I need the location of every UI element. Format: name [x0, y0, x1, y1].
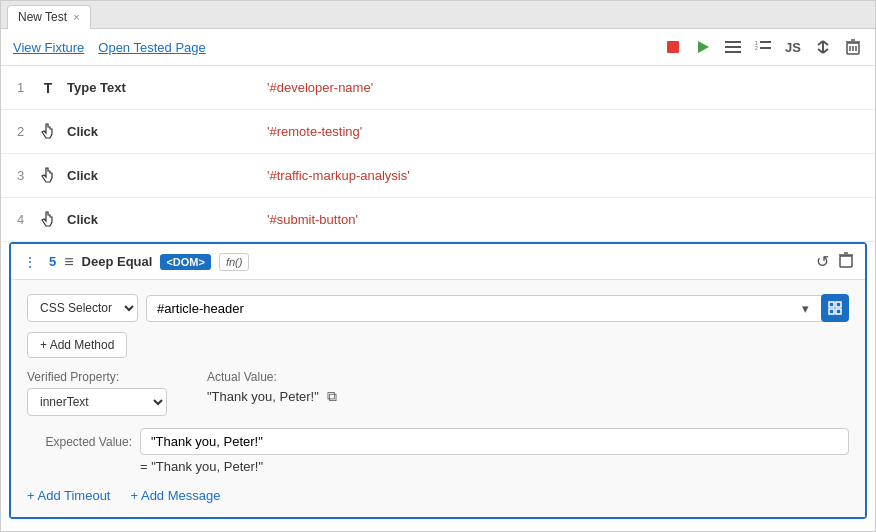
expected-value-row: Expected Value: — [27, 428, 849, 455]
add-method-button[interactable]: + Add Method — [27, 332, 127, 358]
equals-row: = "Thank you, Peter!" — [27, 459, 849, 474]
new-test-tab[interactable]: New Test × — [7, 5, 91, 29]
actual-value-label: Actual Value: — [207, 370, 337, 384]
step-5-number: 5 — [49, 254, 56, 269]
svg-rect-24 — [836, 302, 841, 307]
actual-value-text: "Thank you, Peter!" — [207, 389, 319, 404]
fn-badge[interactable]: fn() — [219, 253, 250, 271]
step-row: 3 Click '#traffic-markup-analysis' — [1, 154, 875, 198]
expected-value-label: Expected Value: — [27, 435, 132, 449]
step-value: '#remote-testing' — [267, 124, 362, 139]
type-text-icon: T — [37, 77, 59, 99]
svg-rect-4 — [725, 51, 741, 53]
equals-icon: ≡ — [64, 253, 73, 271]
verified-property-section: Verified Property: innerText — [27, 370, 167, 416]
props-row: Verified Property: innerText Actual Valu… — [27, 370, 849, 416]
step-value: '#traffic-markup-analysis' — [267, 168, 410, 183]
svg-text:2: 2 — [755, 45, 758, 51]
delete-step-icon[interactable] — [839, 252, 853, 271]
tab-title: New Test — [18, 10, 67, 24]
equals-value: = "Thank you, Peter!" — [140, 459, 263, 474]
step-action-label: Click — [67, 168, 147, 183]
step-number: 4 — [17, 212, 37, 227]
toolbar: View Fixture Open Tested Page — [1, 29, 875, 66]
selector-expand-button[interactable] — [821, 294, 849, 322]
add-message-button[interactable]: + Add Message — [130, 488, 220, 503]
tab-bar: New Test × — [1, 1, 875, 29]
step-number: 1 — [17, 80, 37, 95]
step-number: 2 — [17, 124, 37, 139]
selector-type-select[interactable]: CSS Selector — [27, 294, 138, 322]
step-5-body: CSS Selector ▾ + Add Method — [11, 280, 865, 517]
svg-rect-3 — [725, 46, 741, 48]
step-action-label: Type Text — [67, 80, 147, 95]
step-row: 4 Click '#submit-button' — [1, 198, 875, 242]
step-5-actions: ↺ — [816, 252, 853, 271]
actual-value-section: Actual Value: "Thank you, Peter!" ⧉ — [207, 370, 337, 416]
click-icon — [37, 121, 59, 143]
svg-rect-2 — [725, 41, 741, 43]
step-5-label: Deep Equal — [82, 254, 153, 269]
svg-rect-8 — [760, 47, 771, 49]
step-row: 1 T Type Text '#developer-name' — [1, 66, 875, 110]
step-row: 2 Click '#remote-testing' — [1, 110, 875, 154]
tab-close-button[interactable]: × — [73, 12, 79, 23]
click-icon — [37, 165, 59, 187]
copy-icon[interactable]: ⧉ — [327, 388, 337, 405]
main-window: New Test × View Fixture Open Tested Page — [0, 0, 876, 532]
verified-property-select[interactable]: innerText — [27, 388, 167, 416]
drag-icon: ⋮ — [23, 254, 37, 270]
svg-rect-6 — [760, 41, 771, 43]
click-icon — [37, 209, 59, 231]
verified-property-label: Verified Property: — [27, 370, 167, 384]
step-5-header: ⋮ 5 ≡ Deep Equal <DOM> fn() ↺ — [11, 244, 865, 280]
step-value: '#submit-button' — [267, 212, 358, 227]
dom-badge[interactable]: <DOM> — [160, 254, 211, 270]
refresh-icon[interactable]: ↺ — [816, 252, 829, 271]
expected-value-input[interactable] — [140, 428, 849, 455]
svg-rect-25 — [829, 309, 834, 314]
js-icon[interactable]: JS — [783, 37, 803, 57]
svg-rect-23 — [829, 302, 834, 307]
toolbar-right: 1 2 JS — [663, 37, 863, 57]
step-5-expanded: ⋮ 5 ≡ Deep Equal <DOM> fn() ↺ — [9, 242, 867, 519]
view-fixture-link[interactable]: View Fixture — [13, 40, 84, 55]
selector-row: CSS Selector ▾ — [27, 294, 849, 322]
open-tested-page-link[interactable]: Open Tested Page — [98, 40, 205, 55]
step-action-label: Click — [67, 212, 147, 227]
step-action-label: Click — [67, 124, 147, 139]
ordered-list-icon[interactable]: 1 2 — [753, 37, 773, 57]
step-value: '#developer-name' — [267, 80, 373, 95]
svg-rect-20 — [840, 256, 852, 267]
toolbar-left: View Fixture Open Tested Page — [13, 40, 206, 55]
svg-rect-26 — [836, 309, 841, 314]
bottom-actions: + Add Timeout + Add Message — [27, 488, 849, 503]
play-icon[interactable] — [693, 37, 713, 57]
delete-all-icon[interactable] — [843, 37, 863, 57]
expand-icon[interactable] — [813, 37, 833, 57]
selector-input[interactable] — [146, 295, 826, 322]
list-icon[interactable] — [723, 37, 743, 57]
stop-icon[interactable] — [663, 37, 683, 57]
svg-marker-1 — [698, 41, 709, 53]
steps-list: 1 T Type Text '#developer-name' 2 Click … — [1, 66, 875, 242]
step-number: 3 — [17, 168, 37, 183]
svg-rect-0 — [667, 41, 679, 53]
add-timeout-button[interactable]: + Add Timeout — [27, 488, 110, 503]
actual-value-row: "Thank you, Peter!" ⧉ — [207, 388, 337, 405]
